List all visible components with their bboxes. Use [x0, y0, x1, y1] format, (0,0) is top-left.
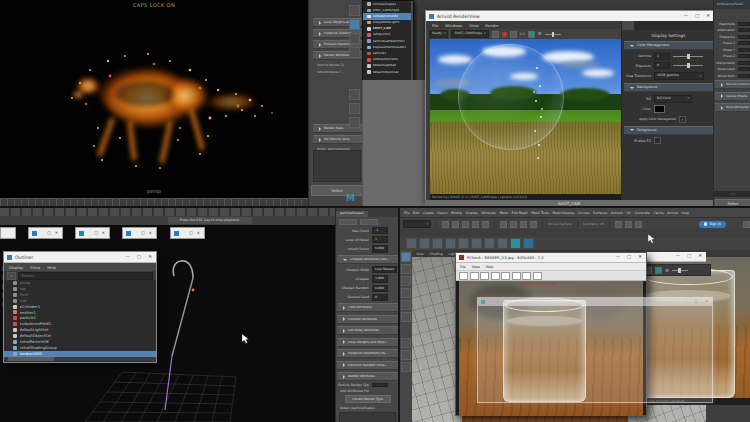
close-icon[interactable]: ✕ [638, 255, 642, 260]
color-swatch-icon[interactable] [655, 267, 662, 274]
snapshot-icon[interactable] [492, 31, 499, 38]
open-scene-icon[interactable] [452, 221, 459, 228]
minimize-icon[interactable]: — [683, 14, 688, 19]
panel-tab[interactable] [622, 21, 634, 30]
shelf-tool-icon[interactable] [432, 238, 443, 249]
panel-menu-item[interactable]: View [416, 252, 424, 256]
render-canvas-field-scene[interactable] [430, 39, 621, 194]
menu-item[interactable]: View [472, 265, 480, 269]
maximize-icon[interactable]: ▢ [137, 255, 141, 260]
menu-item[interactable]: Render [485, 23, 499, 28]
close-icon[interactable]: ✕ [55, 231, 58, 235]
menu-item[interactable]: Help [47, 265, 56, 270]
preset-field[interactable] [339, 219, 357, 225]
horizontal-scrollbar[interactable] [4, 357, 156, 361]
lasso-tool-icon[interactable] [401, 264, 411, 274]
menu-item[interactable]: Generate [635, 211, 650, 215]
minimize-icon[interactable]: — [615, 255, 620, 260]
field-value[interactable] [738, 67, 750, 71]
apply-cm-checkbox[interactable]: ✓ [679, 116, 686, 123]
fcheck-toolbar-button[interactable] [480, 272, 489, 280]
minimize-icon[interactable]: — [684, 300, 688, 304]
menu-item[interactable]: Windows [445, 23, 462, 28]
menu-item[interactable]: Curves [578, 211, 589, 215]
fcheck-toolbar-button[interactable] [470, 272, 479, 280]
layout-split-icon[interactable] [401, 362, 411, 372]
foreground-header[interactable]: Foreground [624, 126, 713, 135]
shelf-tool-icon[interactable] [419, 238, 430, 249]
popup-scrollbar[interactable] [411, 1, 413, 81]
gear-icon[interactable]: ⚙ [665, 268, 669, 273]
attribute-value[interactable]: 0.000 [372, 245, 388, 252]
menu-item[interactable]: File [432, 23, 438, 28]
attribute-section-header[interactable]: Collision Attributes [337, 315, 398, 324]
menu-item[interactable]: View [469, 23, 478, 28]
field-value[interactable] [738, 28, 750, 32]
menu-item[interactable]: Windows [481, 211, 496, 215]
menu-item[interactable]: Cache [654, 211, 664, 215]
minimize-icon[interactable]: — [125, 255, 130, 260]
layout-four-icon[interactable] [401, 350, 411, 360]
maximize-icon[interactable]: ▢ [47, 231, 51, 235]
rotate-tool-icon[interactable] [401, 300, 411, 310]
close-icon[interactable]: ✕ [698, 254, 702, 259]
translucent-overlay-window[interactable]: — ▢ ✕ [477, 297, 713, 403]
attribute-section-header[interactable]: Special Effects [715, 92, 750, 101]
sign-in-button[interactable]: Sign In [699, 221, 726, 228]
select-button[interactable]: Select [311, 185, 363, 196]
fcheck-toolbar-button[interactable] [522, 272, 531, 280]
close-icon[interactable]: ✕ [148, 255, 152, 260]
attribute-value[interactable]: -1 [372, 227, 388, 234]
symmetry-dropdown[interactable]: Symmetry: Off [583, 222, 605, 226]
attribute-value[interactable]: 1 [372, 236, 388, 243]
shelf-tool-icon[interactable] [445, 238, 456, 249]
maximize-icon[interactable]: ▢ [141, 231, 145, 235]
attribute-value[interactable]: 0 [372, 294, 388, 301]
background-header[interactable]: Background [624, 83, 713, 92]
bg-color-swatch[interactable] [654, 105, 665, 113]
move-tool-icon[interactable] [401, 288, 411, 298]
bg-dropdown[interactable]: BG Color▾ [654, 95, 692, 103]
collapsed-window-bar[interactable]: ▢✕ [170, 227, 205, 239]
channels-icon[interactable] [349, 103, 360, 114]
outliner-titlebar[interactable]: Outliner — ▢ ✕ [4, 252, 156, 263]
attribute-value[interactable]: 1.000 [372, 275, 388, 282]
menu-item[interactable]: File [460, 265, 466, 269]
menu-item[interactable]: Display [9, 265, 23, 270]
view-transform-dropdown[interactable]: sRGB gamma▾ [654, 72, 704, 80]
snap-plane-icon[interactable] [530, 221, 537, 228]
fcheck-toolbar-button[interactable] [512, 272, 521, 280]
gamma-slider[interactable] [673, 56, 703, 57]
render-icon[interactable] [615, 221, 622, 228]
layers-icon[interactable] [349, 89, 360, 100]
attribute-section-header[interactable]: Render Attributes [337, 372, 398, 381]
field-value[interactable] [738, 74, 750, 78]
paint-select-icon[interactable] [401, 276, 411, 286]
fcheck-toolbar-button[interactable] [501, 272, 510, 280]
lifespan-section-header[interactable]: Lifespan Attributes (see... [337, 255, 398, 264]
attribute-section-header[interactable]: Time Attributes [337, 303, 398, 312]
exposure-slider[interactable] [545, 34, 561, 35]
turbulence-node-tab[interactable]: turbulenceField1 [714, 0, 750, 9]
scale-tool-icon[interactable] [401, 312, 411, 322]
snap-grid-icon[interactable] [500, 221, 507, 228]
field-value[interactable] [738, 48, 750, 52]
undo-icon[interactable] [472, 221, 479, 228]
render-settings-icon[interactable] [635, 221, 642, 228]
close-icon[interactable]: ✕ [705, 300, 708, 304]
menu-item[interactable]: Modify [451, 211, 462, 215]
menu-item[interactable]: Mesh Tools [531, 211, 549, 215]
fcheck-titlebar[interactable]: FCheck : BEAKER_V4.jpg : 640x480 : 1:1 —… [456, 253, 646, 263]
attribute-value[interactable]: 0.000 [372, 285, 388, 292]
fcheck-toolbar-button[interactable] [459, 272, 468, 280]
maximize-icon[interactable]: ▢ [94, 231, 98, 235]
menu-item[interactable]: Display [466, 211, 478, 215]
attribute-section-header[interactable]: Emission Random Strea... [337, 361, 398, 370]
menu-item[interactable]: Mesh [499, 211, 508, 215]
zoom-level[interactable]: 1:1 [520, 32, 525, 36]
compare-icon[interactable] [510, 31, 517, 38]
menu-item[interactable]: UV [626, 211, 631, 215]
outliner-popup-item[interactable]: defaultObjectSet [363, 69, 413, 75]
field-value[interactable] [738, 22, 750, 26]
menu-item[interactable]: Surfaces [593, 211, 607, 215]
